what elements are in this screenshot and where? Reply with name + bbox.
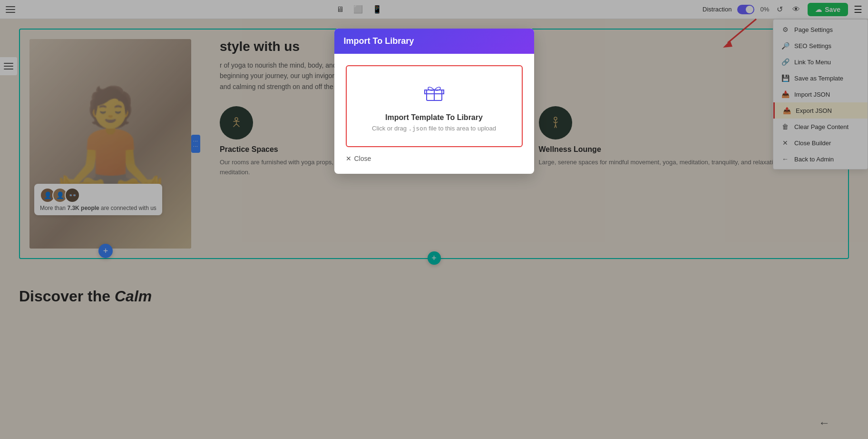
modal-overlay[interactable]: Import To Library Import Template To Lib… (0, 0, 868, 439)
upload-package-icon (423, 80, 446, 103)
upload-zone[interactable]: Import Template To Library Click or drag… (346, 65, 523, 147)
modal-close-button[interactable]: ✕ Close (346, 155, 371, 162)
upload-title: Import Template To Library (356, 113, 512, 122)
upload-subtitle: Click or drag .json file to this area to… (356, 125, 512, 132)
close-x-icon: ✕ (346, 155, 351, 162)
modal-close-label: Close (354, 155, 371, 162)
modal-header: Import To Library (334, 29, 534, 54)
modal-body: Import Template To Library Click or drag… (334, 54, 534, 174)
upload-icon (356, 80, 512, 108)
import-modal: Import To Library Import Template To Lib… (334, 29, 534, 174)
modal-title: Import To Library (344, 36, 414, 46)
